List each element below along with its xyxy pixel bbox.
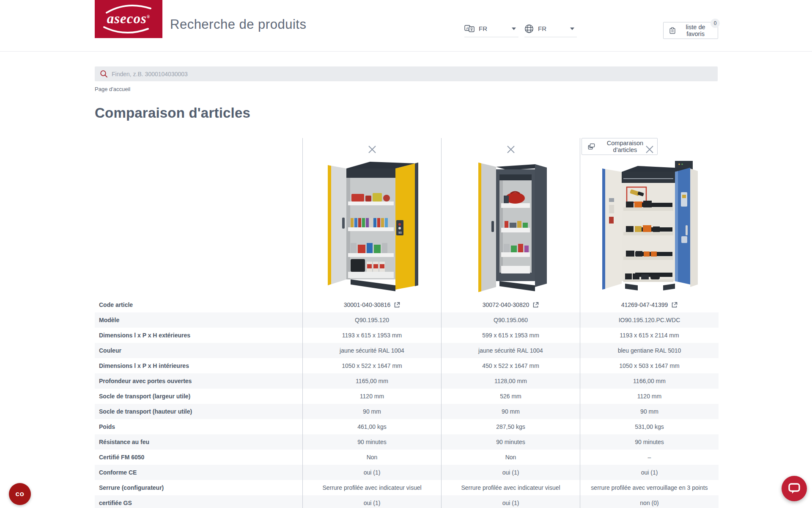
row-value: jaune sécurité RAL 1004 bbox=[441, 343, 580, 358]
row-value: 1193 x 615 x 2114 mm bbox=[580, 328, 719, 343]
table-row: Serrure (configurateur)Serrure profilée … bbox=[95, 480, 719, 495]
breadcrumb[interactable]: Page d'accueil bbox=[95, 86, 130, 92]
row-label: Code article bbox=[95, 297, 302, 312]
row-value: 461,00 kgs bbox=[302, 419, 441, 434]
search-input[interactable] bbox=[112, 71, 718, 77]
row-value: 90 minutes bbox=[302, 434, 441, 450]
row-value: 526 mm bbox=[441, 389, 580, 404]
page: asecos® Recherche de produits A FR FR bbox=[0, 0, 812, 508]
logo-text: asecos® bbox=[95, 11, 162, 27]
globe-icon bbox=[524, 24, 534, 33]
chat-widget-button[interactable] bbox=[782, 476, 807, 501]
row-label: Résistance au feu bbox=[95, 434, 302, 450]
remove-product-button[interactable] bbox=[366, 143, 379, 156]
page-title: Comparaison d'articles bbox=[95, 105, 250, 121]
row-label: Conforme CE bbox=[95, 465, 302, 480]
language-value: FR bbox=[479, 25, 487, 32]
translate-icon: A bbox=[464, 25, 475, 32]
row-value: oui (1) bbox=[441, 465, 580, 480]
row-value: 1128,00 mm bbox=[441, 373, 580, 389]
row-value: 1120 mm bbox=[580, 389, 719, 404]
close-icon bbox=[368, 145, 377, 154]
product-image-grey-cabinet bbox=[472, 157, 550, 293]
row-label: Dimensions l x P x H extérieures bbox=[95, 328, 302, 343]
external-link-icon bbox=[671, 302, 678, 308]
row-value: oui (1) bbox=[441, 495, 580, 508]
table-row: Dimensions l x P x H intérieures1050 x 5… bbox=[95, 358, 719, 373]
close-icon bbox=[506, 145, 516, 154]
row-value: non (0) bbox=[580, 495, 719, 508]
row-value: 90 minutes bbox=[580, 434, 719, 450]
remove-product-button[interactable] bbox=[643, 143, 656, 156]
clipboard-icon bbox=[669, 27, 675, 35]
row-value: Q90.195.120 bbox=[302, 312, 441, 328]
row-label: Dimensions l x P x H intérieures bbox=[95, 358, 302, 373]
row-value: – bbox=[580, 450, 719, 465]
comparison-rows: Code article30001-040-30816 30072-040-30… bbox=[95, 297, 719, 508]
table-row: Certifié FM 6050NonNon– bbox=[95, 450, 719, 465]
row-value: Serrure profilée avec indicateur visuel bbox=[302, 480, 441, 495]
row-value: 90 mm bbox=[580, 404, 719, 419]
row-value: 450 x 522 x 1647 mm bbox=[441, 358, 580, 373]
row-value: 287,50 kgs bbox=[441, 419, 580, 434]
svg-text:90: 90 bbox=[398, 231, 402, 234]
cookie-consent-button[interactable]: co bbox=[9, 483, 31, 505]
language-select[interactable]: A FR bbox=[464, 20, 518, 37]
row-value: 1120 mm bbox=[302, 389, 441, 404]
row-value: bleu gentiane RAL 5010 bbox=[580, 343, 719, 358]
row-label: Couleur bbox=[95, 343, 302, 358]
media-row-spacer bbox=[95, 138, 302, 297]
row-value: 1166,00 mm bbox=[580, 373, 719, 389]
remove-product-button[interactable] bbox=[505, 143, 517, 156]
header: asecos® Recherche de produits A FR FR bbox=[0, 0, 812, 52]
table-row: Socle de transport (largeur utile)1120 m… bbox=[95, 389, 719, 404]
row-value: 1050 x 503 x 1647 mm bbox=[580, 358, 719, 373]
row-value: Non bbox=[441, 450, 580, 465]
row-value: 531,00 kgs bbox=[580, 419, 719, 434]
product-column-2 bbox=[441, 138, 580, 297]
row-label: Serrure (configurateur) bbox=[95, 480, 302, 495]
row-value: 1165,00 mm bbox=[302, 373, 441, 389]
product-column-3 bbox=[580, 138, 719, 297]
row-label: Profondeur avec portes ouvertes bbox=[95, 373, 302, 389]
table-row: Couleurjaune sécurité RAL 1004jaune sécu… bbox=[95, 343, 719, 358]
product-media-row: 90 bbox=[95, 138, 719, 297]
article-code-link[interactable]: 30072-040-30820 bbox=[441, 297, 580, 312]
asecos-logo[interactable]: asecos® bbox=[95, 0, 162, 38]
row-value: oui (1) bbox=[302, 495, 441, 508]
comparison-table: 90 bbox=[95, 138, 719, 508]
row-value: oui (1) bbox=[580, 465, 719, 480]
table-row: Résistance au feu90 minutes90 minutes90 … bbox=[95, 434, 719, 450]
table-row: Poids461,00 kgs287,50 kgs531,00 kgs bbox=[95, 419, 719, 434]
row-value: IO90.195.120.PC.WDC bbox=[580, 312, 719, 328]
table-row: certifiée GSoui (1)oui (1)non (0) bbox=[95, 495, 719, 508]
country-value: FR bbox=[538, 25, 546, 32]
table-row: Code article30001-040-30816 30072-040-30… bbox=[95, 297, 719, 312]
close-icon bbox=[645, 145, 654, 154]
row-label: Socle de transport (hauteur utile) bbox=[95, 404, 302, 419]
row-value: Serrure profilée avec indicateur visuel bbox=[441, 480, 580, 495]
row-value: 1050 x 522 x 1647 mm bbox=[302, 358, 441, 373]
row-value: Q90.195.060 bbox=[441, 312, 580, 328]
row-value: serrure profilée avec verrouillage en 3 … bbox=[580, 480, 719, 495]
article-code-link[interactable]: 30001-040-30816 bbox=[302, 297, 441, 312]
row-value: 90 mm bbox=[302, 404, 441, 419]
row-value: jaune sécurité RAL 1004 bbox=[302, 343, 441, 358]
favorites-button[interactable]: liste de favoris bbox=[663, 22, 718, 39]
row-value: 599 x 615 x 1953 mm bbox=[441, 328, 580, 343]
country-select[interactable]: FR bbox=[524, 20, 577, 37]
favorites-count-badge: 0 bbox=[710, 19, 720, 28]
article-code-link[interactable]: 41269-047-41399 bbox=[580, 297, 719, 312]
row-value: 90 minutes bbox=[441, 434, 580, 450]
row-value: oui (1) bbox=[302, 465, 441, 480]
table-row: Dimensions l x P x H extérieures1193 x 6… bbox=[95, 328, 719, 343]
table-row: Socle de transport (hauteur utile)90 mm9… bbox=[95, 404, 719, 419]
row-value: 90 mm bbox=[441, 404, 580, 419]
table-row: Conforme CEoui (1)oui (1)oui (1) bbox=[95, 465, 719, 480]
table-row: ModèleQ90.195.120Q90.195.060IO90.195.120… bbox=[95, 312, 719, 328]
chevron-down-icon bbox=[512, 28, 516, 30]
row-value: 1193 x 615 x 1953 mm bbox=[302, 328, 441, 343]
product-image-blue-cabinet bbox=[600, 157, 699, 297]
svg-text:A: A bbox=[466, 26, 469, 30]
chevron-down-icon bbox=[570, 28, 574, 30]
